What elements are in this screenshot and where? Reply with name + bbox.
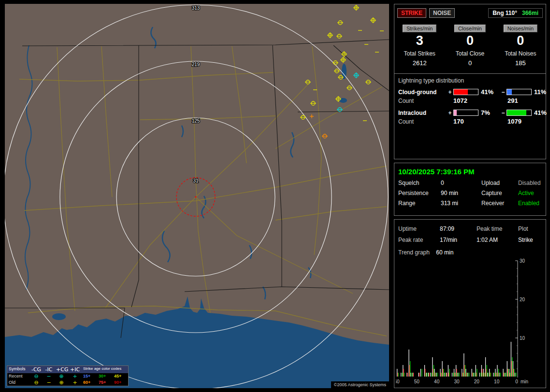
app-window: { "map": { "bg_color": "#6b5e57", "water… bbox=[0, 0, 550, 392]
rivers-layer bbox=[25, 27, 311, 299]
datetime-display: 10/20/2025 7:39:16 PM bbox=[394, 163, 546, 180]
noises-per-min-label: Noises/min bbox=[504, 25, 537, 32]
strike-symbol-cp bbox=[353, 5, 359, 11]
cg-negative-bar bbox=[507, 89, 532, 95]
close-per-min-value: 0 bbox=[445, 33, 495, 48]
range-ring-label: 219 bbox=[192, 62, 200, 67]
legend-age-code: 90+ bbox=[113, 379, 128, 386]
strike-symbol-cm bbox=[310, 101, 316, 105]
range-ring-label: 31 bbox=[193, 178, 199, 183]
x-axis-unit-label: min bbox=[521, 379, 528, 384]
strike-symbol-cm bbox=[347, 86, 352, 90]
legend-type-header: -CG bbox=[29, 366, 43, 373]
trend-graph-row: Trend graph 60 min bbox=[394, 243, 546, 256]
legend-type-header: +IC bbox=[68, 366, 82, 373]
strike-symbol-cp bbox=[327, 32, 333, 38]
x-tick-label: 20 bbox=[474, 379, 480, 384]
strike-symbol-cm bbox=[365, 80, 371, 84]
legend-age-code: 75+ bbox=[97, 379, 113, 386]
legend-age-code: 15+ bbox=[82, 373, 97, 379]
cloud-ground-counts: Count 1072 291 bbox=[394, 96, 546, 109]
plus-sign: + bbox=[447, 89, 453, 96]
legend-type-header: +CG bbox=[55, 366, 68, 373]
noise-mode-button[interactable]: NOISE bbox=[429, 8, 455, 18]
strike-symbol-cm bbox=[322, 134, 328, 138]
strike-symbol-cm bbox=[336, 34, 342, 38]
noises-per-min: Noises/min 0 bbox=[495, 24, 546, 48]
total-noises: Total Noises 185 bbox=[495, 50, 546, 67]
plus-sign: + bbox=[447, 110, 453, 116]
strike-symbol-cp bbox=[340, 57, 346, 63]
x-tick-label: 10 bbox=[494, 379, 500, 384]
intracloud-row: Intracloud + 7% − 41% bbox=[394, 109, 546, 116]
noises-per-min-value: 0 bbox=[495, 33, 546, 48]
cg-positive-bar bbox=[453, 89, 478, 95]
cg-negative-count: 291 bbox=[501, 97, 549, 104]
bearing-value: Bng 110° bbox=[492, 10, 517, 16]
x-tick-label: 60 bbox=[396, 379, 400, 384]
legend-row-label: Old bbox=[7, 379, 29, 386]
strikes-per-min-label: Strikes/min bbox=[403, 25, 436, 32]
toolbar: STRIKE NOISE Bng 110° 366mi bbox=[394, 4, 546, 19]
water-layer bbox=[5, 64, 389, 388]
system-status-section: 10/20/2025 7:39:16 PM Squelch 0 Upload D… bbox=[394, 163, 546, 216]
intracloud-counts: Count 170 1079 bbox=[394, 116, 546, 130]
strike-symbol-cm bbox=[337, 21, 343, 25]
cg-negative-pct: 11% bbox=[532, 88, 546, 96]
close-per-min-label: Close/min bbox=[454, 25, 486, 32]
cg-positive-count: 1072 bbox=[447, 97, 501, 104]
trend-graph-chart: 1020306050403020100min bbox=[396, 259, 544, 387]
legend-circle-plus-glyph: ⊕ bbox=[55, 373, 68, 379]
strikes-per-min: Strikes/min 3 bbox=[394, 24, 445, 48]
strike-symbol-cm bbox=[300, 115, 306, 119]
peak-rate-value: 17/min bbox=[440, 237, 477, 243]
legend-circle-plus-glyph: ⊕ bbox=[55, 379, 68, 386]
total-counters: Total Strikes 2612 Total Close 0 Total N… bbox=[394, 50, 546, 67]
strike-symbol-cm bbox=[333, 61, 338, 65]
receiver-status: Enabled bbox=[518, 200, 542, 207]
close-per-min: Close/min 0 bbox=[445, 24, 495, 48]
info-grid: Uptime 87:09 Peak time Plot Peak rate 17… bbox=[394, 220, 546, 243]
strike-symbol-p bbox=[310, 114, 314, 118]
total-close: Total Close 0 bbox=[445, 50, 495, 67]
y-tick-label: 30 bbox=[520, 259, 525, 264]
total-strikes: Total Strikes 2612 bbox=[394, 50, 445, 67]
ic-negative-pct: 41% bbox=[532, 109, 546, 116]
ic-positive-bar bbox=[453, 110, 478, 116]
trend-bars bbox=[397, 342, 517, 377]
legend-age-code: 60+ bbox=[82, 379, 97, 386]
ic-negative-count: 1079 bbox=[501, 118, 549, 125]
cg-positive-pct: 41% bbox=[478, 88, 500, 96]
capture-status: Active bbox=[518, 190, 542, 196]
side-panel: STRIKE NOISE Bng 110° 366mi Strikes/min … bbox=[394, 4, 546, 388]
ic-positive-pct: 7% bbox=[478, 109, 500, 116]
distance-value: 366mi bbox=[522, 10, 538, 16]
legend-circle-minus-glyph: ⊖ bbox=[29, 379, 43, 386]
legend-plus-glyph: + bbox=[68, 373, 82, 379]
x-tick-label: 30 bbox=[454, 379, 460, 384]
strike-symbol-cp bbox=[341, 51, 347, 57]
range-ring-label: 313 bbox=[192, 5, 200, 11]
x-tick-label: 40 bbox=[434, 379, 440, 384]
bearing-readout: Bng 110° 366mi bbox=[488, 8, 543, 18]
legend-row-label: Recent bbox=[7, 373, 29, 379]
rate-counters: Strikes/min 3 Close/min 0 Noises/min 0 bbox=[394, 24, 546, 48]
legend-type-header: -IC bbox=[43, 366, 55, 373]
trend-section: Uptime 87:09 Peak time Plot Peak rate 17… bbox=[394, 219, 546, 388]
receiver-marker bbox=[195, 196, 197, 198]
statistics-section: STRIKE NOISE Bng 110° 366mi Strikes/min … bbox=[394, 4, 546, 159]
y-tick-label: 10 bbox=[520, 336, 525, 341]
map-graphics: 31321912531 bbox=[5, 4, 389, 388]
minus-sign: − bbox=[500, 110, 507, 116]
x-tick-label: 0 bbox=[515, 379, 518, 384]
strike-symbol-cm bbox=[305, 80, 311, 84]
legend-plus-glyph: + bbox=[68, 379, 82, 386]
strike-mode-button[interactable]: STRIKE bbox=[397, 8, 426, 18]
y-tick-label: 20 bbox=[520, 297, 525, 302]
ic-negative-bar bbox=[507, 110, 532, 116]
map-canvas[interactable]: 31321912531 Symbols-CG-IC+CG+ICStrike ag… bbox=[5, 4, 389, 388]
strikes-per-min-value: 3 bbox=[394, 33, 445, 48]
minus-sign: − bbox=[500, 89, 507, 96]
strike-symbol-cp bbox=[370, 17, 376, 23]
legend-minus-glyph: − bbox=[43, 373, 55, 379]
